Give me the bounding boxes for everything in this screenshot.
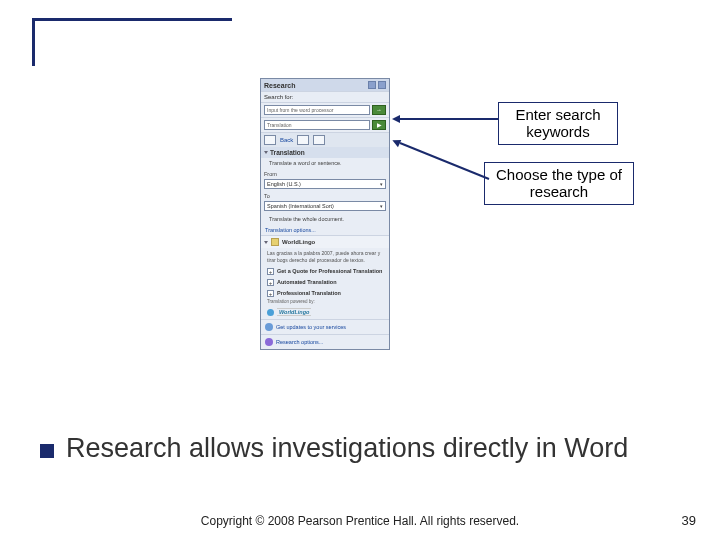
type-row: Translation ▶: [261, 117, 389, 132]
connector-line: [400, 118, 498, 120]
page-number: 39: [682, 513, 696, 528]
info-icon: [265, 323, 273, 331]
forward-button[interactable]: [297, 135, 309, 145]
collapse-icon: [264, 151, 268, 154]
powered-by-label: Translation powered by:: [261, 299, 389, 306]
from-value: English (U.S.): [267, 181, 301, 187]
plus-icon: +: [267, 290, 274, 297]
callout-line: keywords: [507, 124, 609, 141]
research-options-link[interactable]: Research options...: [261, 334, 389, 349]
copyright-text: Copyright © 2008 Pearson Prentice Hall. …: [0, 514, 720, 528]
nav-toolbar: Back: [261, 132, 389, 147]
item-label: Automated Translation: [277, 279, 337, 285]
dropdown-icon[interactable]: [368, 81, 376, 89]
research-type-dropdown[interactable]: Translation: [264, 120, 370, 130]
options-icon: [265, 338, 273, 346]
subhead-title: WorldLingo: [282, 239, 315, 245]
arrowhead-icon: [392, 115, 400, 123]
research-task-pane: Research Search for: Input from the word…: [260, 78, 390, 350]
close-icon[interactable]: [378, 81, 386, 89]
square-bullet-icon: [40, 444, 54, 458]
chevron-down-icon: ▾: [380, 203, 383, 209]
pane-title: Research: [264, 82, 296, 89]
brand-name: WorldLingo: [277, 308, 311, 316]
search-row: Input from the word processor →: [261, 102, 389, 117]
back-button[interactable]: [264, 135, 276, 145]
translation-section[interactable]: Translation: [261, 147, 389, 158]
from-label: From: [261, 170, 389, 178]
figure-area: Research Search for: Input from the word…: [260, 78, 600, 408]
slide-bullet-row: Research allows investigations directly …: [40, 432, 690, 464]
plus-icon: +: [267, 279, 274, 286]
connector-line: [400, 142, 490, 180]
from-language-dropdown[interactable]: English (U.S.) ▾: [264, 179, 386, 189]
back-label: Back: [280, 137, 293, 143]
globe-icon: [267, 309, 274, 316]
book-icon: [271, 238, 279, 246]
plus-icon: +: [267, 268, 274, 275]
stop-button[interactable]: [313, 135, 325, 145]
pane-header: Research: [261, 79, 389, 91]
list-item[interactable]: + Automated Translation: [261, 277, 389, 288]
callout-line: research: [493, 184, 625, 201]
translation-options-link[interactable]: Translation options...: [261, 225, 389, 235]
brand-row: WorldLingo: [261, 306, 389, 319]
search-input[interactable]: Input from the word processor: [264, 105, 370, 115]
item-label: Professional Translation: [277, 290, 341, 296]
translate-desc: Translate a word or sentence.: [261, 158, 389, 170]
whole-doc-text: Translate the whole document.: [261, 214, 389, 226]
to-value: Spanish (International Sort): [267, 203, 334, 209]
to-language-dropdown[interactable]: Spanish (International Sort) ▾: [264, 201, 386, 211]
list-item[interactable]: + Get a Quote for Professional Translati…: [261, 266, 389, 277]
callout-enter-keywords: Enter search keywords: [498, 102, 618, 145]
callout-line: Choose the type of: [496, 166, 622, 183]
list-item[interactable]: + Professional Translation: [261, 288, 389, 299]
search-for-label: Search for:: [261, 91, 389, 102]
callout-choose-type: Choose the type of research: [484, 162, 634, 205]
updates-label: Get updates to your services: [276, 324, 346, 330]
collapse-icon: [264, 241, 268, 244]
chevron-down-icon: ▾: [380, 181, 383, 187]
translated-text: Las gracias a la palabra 2007, puede aho…: [261, 248, 389, 266]
slide-corner-border: [32, 18, 232, 66]
section-title: Translation: [270, 149, 305, 156]
research-options-label: Research options...: [276, 339, 323, 345]
item-label: Get a Quote for Professional Translation: [277, 268, 382, 274]
to-label: To: [261, 192, 389, 200]
go-button[interactable]: →: [372, 105, 386, 115]
callout-line: Enter search: [515, 106, 600, 123]
updates-link[interactable]: Get updates to your services: [261, 319, 389, 334]
slide-bullet-text: Research allows investigations directly …: [66, 432, 628, 464]
worldlingo-section[interactable]: WorldLingo: [261, 236, 389, 248]
start-button[interactable]: ▶: [372, 120, 386, 130]
